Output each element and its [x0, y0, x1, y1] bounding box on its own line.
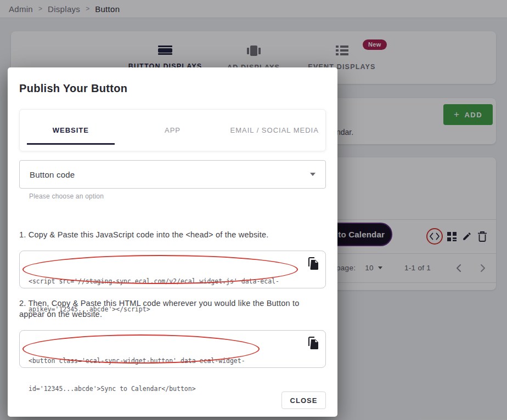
tab-label: WEBSITE	[53, 126, 89, 134]
screen: Admin > Displays > Button BUTTON DISPLAY…	[0, 0, 507, 420]
step-1-instruction: 1. Copy & Paste this JavaScript code int…	[19, 229, 310, 240]
select-value: Button code	[30, 170, 75, 179]
button-code-select[interactable]: Button code	[19, 160, 326, 189]
copy-icon[interactable]	[307, 257, 319, 272]
step-1-code: <script src='//staging-sync.ecal.com/v2/…	[29, 258, 300, 333]
tab-label: EMAIL / SOCIAL MEDIA	[230, 126, 319, 134]
tab-label: APP	[165, 126, 181, 134]
active-tab-underline	[27, 143, 115, 145]
code-line: apikey='12345...abcde'></script>	[29, 305, 300, 314]
tab-website[interactable]: WEBSITE	[20, 110, 122, 151]
publish-tabs: WEBSITE APP EMAIL / SOCIAL MEDIA	[19, 109, 326, 151]
modal-title: Publish Your Button	[19, 82, 326, 95]
code-line: id='12345...abcde'>Sync to Calendar</but…	[29, 384, 300, 394]
step-2-code-box: <button class='ecal-sync-widget-button' …	[19, 330, 326, 368]
select-helper-text: Please choose an option	[29, 192, 326, 200]
tab-app[interactable]: APP	[122, 110, 224, 151]
code-line: <button class='ecal-sync-widget-button' …	[29, 356, 300, 366]
tab-email-social-media[interactable]: EMAIL / SOCIAL MEDIA	[223, 110, 325, 151]
publish-button-modal: Publish Your Button WEBSITE APP EMAIL / …	[8, 67, 337, 417]
copy-icon[interactable]	[307, 337, 319, 351]
step-2-code: <button class='ecal-sync-widget-button' …	[29, 338, 300, 412]
step-1-code-box: <script src='//staging-sync.ecal.com/v2/…	[19, 251, 326, 288]
caret-down-icon	[310, 173, 316, 176]
code-line: <script src='//staging-sync.ecal.com/v2/…	[29, 277, 300, 286]
